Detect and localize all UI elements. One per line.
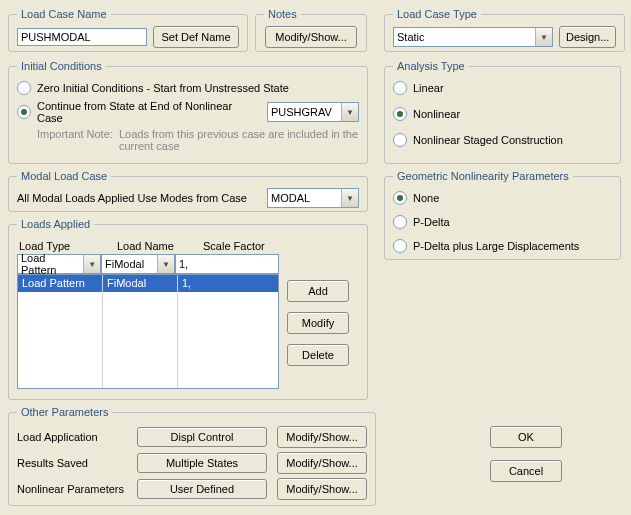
- chevron-down-icon: ▼: [341, 189, 358, 207]
- radio-staged-label: Nonlinear Staged Construction: [413, 134, 563, 146]
- radio-linear-label: Linear: [413, 82, 444, 94]
- editor-load-type-value: Load Pattern: [21, 252, 83, 276]
- chevron-down-icon: ▼: [157, 255, 174, 273]
- op-results-button[interactable]: Modify/Show...: [277, 452, 367, 474]
- loads-modify-button[interactable]: Modify: [287, 312, 349, 334]
- radio-zero-label: Zero Initial Conditions - Start from Uns…: [37, 82, 289, 94]
- header-load-type: Load Type: [19, 240, 97, 252]
- radio-geom-none[interactable]: None: [393, 188, 612, 208]
- op-nonlin-label: Nonlinear Parameters: [17, 483, 137, 495]
- loads-table[interactable]: Load Pattern FiModal 1,: [17, 274, 279, 389]
- op-loadapp-label: Load Application: [17, 431, 137, 443]
- dialog-root: Load Case Name Set Def Name Notes Modify…: [0, 0, 631, 515]
- group-loads-applied: Loads Applied Load Type Load Name Scale …: [8, 218, 368, 400]
- radio-geom-pdeltal[interactable]: P-Delta plus Large Displacements: [393, 236, 612, 256]
- note-label: Important Note:: [37, 128, 119, 152]
- chevron-down-icon: ▼: [83, 255, 100, 273]
- radio-icon: [17, 81, 31, 95]
- radio-geom-pdelta[interactable]: P-Delta: [393, 212, 612, 232]
- radio-icon: [393, 239, 407, 253]
- legend-initial-conditions: Initial Conditions: [17, 60, 106, 72]
- group-geom-nonlin: Geometric Nonlinearity Parameters None P…: [384, 170, 621, 260]
- group-load-case-type: Load Case Type Static ▼ Design...: [384, 8, 625, 52]
- legend-loads-applied: Loads Applied: [17, 218, 94, 230]
- note-line1: Loads from this previous case are includ…: [119, 128, 358, 140]
- group-notes: Notes Modify/Show...: [255, 8, 367, 52]
- op-nonlin-value: User Defined: [137, 479, 267, 499]
- radio-geom-none-label: None: [413, 192, 439, 204]
- op-results-label: Results Saved: [17, 457, 137, 469]
- radio-icon: [393, 191, 407, 205]
- legend-notes: Notes: [264, 8, 301, 20]
- radio-geom-pdelta-label: P-Delta: [413, 216, 450, 228]
- radio-icon: [393, 215, 407, 229]
- loads-add-button[interactable]: Add: [287, 280, 349, 302]
- design-button[interactable]: Design...: [559, 26, 616, 48]
- chevron-down-icon: ▼: [535, 28, 552, 46]
- editor-load-type-select[interactable]: Load Pattern ▼: [17, 254, 101, 274]
- set-def-name-button[interactable]: Set Def Name: [153, 26, 239, 48]
- continue-case-value: PUSHGRAV: [271, 106, 332, 118]
- continue-case-select[interactable]: PUSHGRAV ▼: [267, 102, 359, 122]
- modal-case-select[interactable]: MODAL ▼: [267, 188, 359, 208]
- initial-conditions-note: Important Note: Loads from this previous…: [37, 128, 359, 152]
- cancel-button[interactable]: Cancel: [490, 460, 562, 482]
- cell-load-name[interactable]: FiModal: [103, 275, 177, 292]
- radio-nonlinear-staged[interactable]: Nonlinear Staged Construction: [393, 130, 612, 150]
- radio-nonlinear[interactable]: Nonlinear: [393, 104, 612, 124]
- group-analysis-type: Analysis Type Linear Nonlinear Nonlinear…: [384, 60, 621, 164]
- load-case-type-value: Static: [397, 31, 425, 43]
- modal-case-value: MODAL: [271, 192, 310, 204]
- loads-delete-button[interactable]: Delete: [287, 344, 349, 366]
- editor-load-name-select[interactable]: FiModal ▼: [101, 254, 175, 274]
- chevron-down-icon: ▼: [341, 103, 358, 121]
- radio-continue-state[interactable]: Continue from State at End of Nonlinear …: [17, 102, 359, 122]
- legend-load-case-name: Load Case Name: [17, 8, 111, 20]
- modal-load-label: All Modal Loads Applied Use Modes from C…: [17, 192, 257, 204]
- group-initial-conditions: Initial Conditions Zero Initial Conditio…: [8, 60, 368, 164]
- header-scale-factor: Scale Factor: [203, 240, 265, 252]
- radio-continue-label: Continue from State at End of Nonlinear …: [37, 100, 255, 124]
- load-case-name-input[interactable]: [17, 28, 147, 46]
- legend-modal-load-case: Modal Load Case: [17, 170, 111, 182]
- radio-nonlinear-label: Nonlinear: [413, 108, 460, 120]
- legend-analysis-type: Analysis Type: [393, 60, 469, 72]
- radio-linear[interactable]: Linear: [393, 78, 612, 98]
- legend-other-parameters: Other Parameters: [17, 406, 112, 418]
- legend-load-case-type: Load Case Type: [393, 8, 481, 20]
- radio-icon: [393, 81, 407, 95]
- group-other-parameters: Other Parameters Load Application Displ …: [8, 406, 376, 506]
- op-nonlin-button[interactable]: Modify/Show...: [277, 478, 367, 500]
- op-loadapp-value: Displ Control: [137, 427, 267, 447]
- radio-icon: [17, 105, 31, 119]
- notes-modify-show-button[interactable]: Modify/Show...: [265, 26, 357, 48]
- radio-icon: [393, 133, 407, 147]
- cell-load-type[interactable]: Load Pattern: [18, 275, 102, 292]
- radio-geom-pdeltal-label: P-Delta plus Large Displacements: [413, 240, 579, 252]
- load-case-type-select[interactable]: Static ▼: [393, 27, 553, 47]
- note-line2: current case: [119, 140, 180, 152]
- group-modal-load-case: Modal Load Case All Modal Loads Applied …: [8, 170, 368, 212]
- editor-load-name-value: FiModal: [105, 258, 144, 270]
- radio-zero-initial[interactable]: Zero Initial Conditions - Start from Uns…: [17, 78, 359, 98]
- legend-geom-nonlin: Geometric Nonlinearity Parameters: [393, 170, 573, 182]
- editor-scale-input[interactable]: [175, 254, 279, 274]
- op-loadapp-button[interactable]: Modify/Show...: [277, 426, 367, 448]
- op-results-value: Multiple States: [137, 453, 267, 473]
- ok-button[interactable]: OK: [490, 426, 562, 448]
- radio-icon: [393, 107, 407, 121]
- header-load-name: Load Name: [117, 240, 183, 252]
- cell-scale-factor[interactable]: 1,: [178, 275, 278, 292]
- group-load-case-name: Load Case Name Set Def Name: [8, 8, 248, 52]
